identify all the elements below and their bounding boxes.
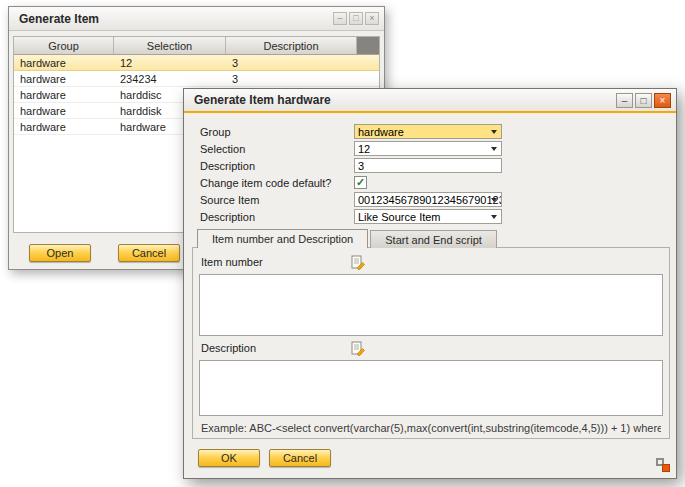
item-form: Group hardware Selection 12 Description …	[184, 113, 676, 225]
cell-description: 3	[226, 73, 379, 85]
example-text: Example: ABC-<select convert(varchar(5),…	[201, 422, 661, 434]
edit-icon[interactable]	[351, 255, 366, 270]
close-button[interactable]: ×	[365, 12, 379, 25]
description-textarea[interactable]	[199, 360, 663, 416]
description-input[interactable]	[354, 158, 502, 173]
chevron-down-icon	[488, 142, 500, 155]
item-number-description-panel: Item number Description	[192, 247, 670, 439]
selection-label: Selection	[200, 143, 354, 155]
column-header-description[interactable]: Description	[226, 37, 357, 54]
cancel-button[interactable]: Cancel	[269, 449, 331, 467]
table-row[interactable]: hardware 12 3	[14, 55, 379, 71]
close-button[interactable]: ×	[654, 93, 671, 108]
cell-description: 3	[226, 57, 379, 69]
column-header-group[interactable]: Group	[14, 37, 114, 54]
cancel-button[interactable]: Cancel	[118, 244, 180, 262]
item-number-label-row: Item number	[201, 256, 669, 272]
tab-item-number-and-description[interactable]: Item number and Description	[197, 229, 368, 248]
table-header: Group Selection Description	[14, 37, 379, 55]
back-window-controls: – □ ×	[333, 12, 379, 25]
selection-value: 12	[358, 143, 370, 155]
description-label-row: Description	[201, 342, 669, 358]
form-row-group: Group hardware	[200, 123, 676, 140]
ok-button[interactable]: OK	[198, 449, 260, 467]
tab-bar: Item number and Description Start and En…	[197, 229, 497, 248]
front-window-buttons: OK Cancel	[198, 449, 331, 467]
generate-item-hardware-window: Generate Item hardware – □ × Group hardw…	[183, 88, 677, 479]
item-number-label: Item number	[201, 256, 263, 268]
cell-group: hardware	[14, 121, 114, 133]
open-button[interactable]: Open	[29, 244, 91, 262]
minimize-button[interactable]: –	[333, 12, 347, 25]
front-window-titlebar[interactable]: Generate Item hardware – □ ×	[184, 89, 676, 113]
selection-dropdown[interactable]: 12	[354, 141, 502, 156]
form-row-source-item: Source Item 00123456789012345679012345	[200, 191, 676, 208]
form-row-description: Description	[200, 157, 676, 174]
form-row-selection: Selection 12	[200, 140, 676, 157]
back-window-title: Generate Item	[19, 12, 99, 26]
chevron-down-icon	[488, 210, 500, 223]
cell-selection: 234234	[114, 73, 226, 85]
resize-grip-icon[interactable]	[656, 458, 670, 472]
cell-group: hardware	[14, 105, 114, 117]
tab-start-and-end-script[interactable]: Start and End script	[370, 230, 497, 248]
group-label: Group	[200, 126, 354, 138]
front-window-controls: – □ ×	[616, 93, 671, 108]
header-filler	[357, 37, 379, 54]
group-value: hardware	[358, 126, 404, 138]
source-item-value: 00123456789012345679012345	[358, 194, 502, 206]
minimize-button[interactable]: –	[616, 93, 633, 108]
chevron-down-icon	[488, 193, 500, 206]
description2-label: Description	[200, 211, 354, 223]
group-dropdown[interactable]: hardware	[354, 124, 502, 139]
source-item-label: Source Item	[200, 194, 354, 206]
maximize-button[interactable]: □	[349, 12, 363, 25]
back-window-titlebar[interactable]: Generate Item – □ ×	[9, 7, 384, 31]
description2-dropdown[interactable]: Like Source Item	[354, 209, 502, 224]
description-label: Description	[200, 160, 354, 172]
cell-group: hardware	[14, 89, 114, 101]
front-window-title: Generate Item hardware	[194, 93, 331, 107]
description2-value: Like Source Item	[358, 211, 441, 223]
item-number-textarea[interactable]	[199, 274, 663, 336]
change-item-code-checkbox[interactable]: ✓	[354, 176, 367, 189]
maximize-button[interactable]: □	[635, 93, 652, 108]
change-item-code-label: Change item code default?	[200, 177, 354, 189]
edit-icon[interactable]	[351, 341, 366, 356]
table-row[interactable]: hardware 234234 3	[14, 71, 379, 87]
cell-group: hardware	[14, 73, 114, 85]
back-window-buttons: Open Cancel	[29, 244, 180, 262]
form-row-description2: Description Like Source Item	[200, 208, 676, 225]
chevron-down-icon	[488, 125, 500, 138]
panel-description-label: Description	[201, 342, 256, 354]
check-icon: ✓	[356, 177, 365, 188]
cell-group: hardware	[14, 57, 114, 69]
column-header-selection[interactable]: Selection	[114, 37, 226, 54]
form-row-change-default: Change item code default? ✓	[200, 174, 676, 191]
source-item-dropdown[interactable]: 00123456789012345679012345	[354, 192, 502, 207]
cell-selection: 12	[114, 57, 226, 69]
